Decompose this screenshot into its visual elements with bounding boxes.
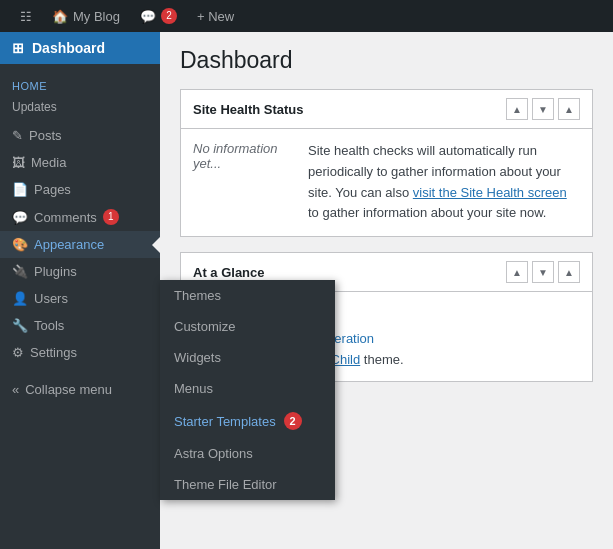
comment-icon: 💬: [140, 9, 156, 24]
comments-label: Comments: [34, 210, 97, 225]
stats-card-controls: ▲ ▼ ▲: [506, 261, 580, 283]
new-label: + New: [197, 9, 234, 24]
collapse-icon: «: [12, 382, 19, 397]
widgets-label: Widgets: [174, 350, 221, 365]
card-controls: ▲ ▼ ▲: [506, 98, 580, 120]
collapse-menu-button[interactable]: « Collapse menu: [0, 376, 160, 403]
home-section-label: Home Updates: [0, 64, 160, 122]
sidebar-item-comments[interactable]: 💬 Comments 1: [0, 203, 160, 231]
tools-label: Tools: [34, 318, 64, 333]
sidebar-item-settings[interactable]: ⚙ Settings: [0, 339, 160, 366]
info-text-part2: to gather information about your site no…: [308, 205, 546, 220]
users-label: Users: [34, 291, 68, 306]
dropdown-item-astra-options[interactable]: Astra Options: [160, 438, 335, 469]
appearance-arrow: [152, 237, 160, 253]
site-health-link[interactable]: visit the Site Health screen: [413, 185, 567, 200]
site-health-card: Site Health Status ▲ ▼ ▲ No information …: [180, 89, 593, 237]
posts-icon: ✎: [12, 128, 23, 143]
starter-templates-badge: 2: [284, 412, 302, 430]
dropdown-item-themes[interactable]: Themes: [160, 280, 335, 311]
media-label: Media: [31, 155, 66, 170]
astra-options-label: Astra Options: [174, 446, 253, 461]
sidebar: ⊞ Dashboard Home Updates ✎ Posts 🖼 Media…: [0, 32, 160, 549]
menus-label: Menus: [174, 381, 213, 396]
starter-templates-label: Starter Templates: [174, 414, 276, 429]
toggle-button[interactable]: ▲: [558, 98, 580, 120]
appearance-dropdown: Themes Customize Widgets Menus Starter T…: [160, 280, 335, 500]
sidebar-item-posts[interactable]: ✎ Posts: [0, 122, 160, 149]
site-health-body: No information yet... Site health checks…: [181, 129, 592, 236]
stats-collapse-down[interactable]: ▼: [532, 261, 554, 283]
users-icon: 👤: [12, 291, 28, 306]
sidebar-item-updates[interactable]: Updates: [12, 96, 148, 118]
appearance-label: Appearance: [34, 237, 104, 252]
dashboard-icon: ⊞: [12, 40, 24, 56]
settings-label: Settings: [30, 345, 77, 360]
site-health-card-header: Site Health Status ▲ ▼ ▲: [181, 90, 592, 129]
comment-badge: 2: [161, 8, 177, 24]
dropdown-item-widgets[interactable]: Widgets: [160, 342, 335, 373]
stats-collapse-up[interactable]: ▲: [506, 261, 528, 283]
sidebar-item-appearance[interactable]: 🎨 Appearance: [0, 231, 160, 258]
comments-badge: 1: [103, 209, 119, 225]
sidebar-item-users[interactable]: 👤 Users: [0, 285, 160, 312]
comments-icon: 💬: [12, 210, 28, 225]
no-info-text: No information yet...: [193, 141, 293, 171]
settings-icon: ⚙: [12, 345, 24, 360]
site-name-button[interactable]: 🏠 My Blog: [42, 0, 130, 32]
admin-bar: ☷ 🏠 My Blog 💬 2 + New: [0, 0, 613, 32]
main-layout: ⊞ Dashboard Home Updates ✎ Posts 🖼 Media…: [0, 32, 613, 549]
customize-label: Customize: [174, 319, 235, 334]
collapse-up-button[interactable]: ▲: [506, 98, 528, 120]
wp-logo-button[interactable]: ☷: [10, 0, 42, 32]
media-icon: 🖼: [12, 155, 25, 170]
new-content-button[interactable]: + New: [187, 0, 244, 32]
stats-toggle[interactable]: ▲: [558, 261, 580, 283]
sidebar-item-plugins[interactable]: 🔌 Plugins: [0, 258, 160, 285]
sidebar-item-media[interactable]: 🖼 Media: [0, 149, 160, 176]
comments-button[interactable]: 💬 2: [130, 0, 187, 32]
collapse-label: Collapse menu: [25, 382, 112, 397]
pages-icon: 📄: [12, 182, 28, 197]
dashboard-label: Dashboard: [32, 40, 105, 56]
wp-logo-icon: ☷: [20, 9, 32, 24]
posts-label: Posts: [29, 128, 62, 143]
themes-label: Themes: [174, 288, 221, 303]
dropdown-item-customize[interactable]: Customize: [160, 311, 335, 342]
home-icon: 🏠: [52, 9, 68, 24]
page-title: Dashboard: [180, 47, 593, 74]
collapse-down-button[interactable]: ▼: [532, 98, 554, 120]
dropdown-item-menus[interactable]: Menus: [160, 373, 335, 404]
plugins-icon: 🔌: [12, 264, 28, 279]
dashboard-nav-item[interactable]: ⊞ Dashboard: [0, 32, 160, 64]
site-name: My Blog: [73, 9, 120, 24]
pages-label: Pages: [34, 182, 71, 197]
site-health-info: Site health checks will automatically ru…: [308, 141, 580, 224]
dropdown-item-starter-templates[interactable]: Starter Templates 2: [160, 404, 335, 438]
theme-file-editor-label: Theme File Editor: [174, 477, 277, 492]
tools-icon: 🔧: [12, 318, 28, 333]
sidebar-item-pages[interactable]: 📄 Pages: [0, 176, 160, 203]
appearance-icon: 🎨: [12, 237, 28, 252]
sidebar-item-tools[interactable]: 🔧 Tools: [0, 312, 160, 339]
theme-text-part2: theme.: [364, 352, 404, 367]
dropdown-item-theme-file-editor[interactable]: Theme File Editor: [160, 469, 335, 500]
stats-card-title: At a Glance: [193, 265, 265, 280]
sidebar-item-home[interactable]: Home: [12, 76, 148, 96]
site-health-title: Site Health Status: [193, 102, 304, 117]
plugins-label: Plugins: [34, 264, 77, 279]
